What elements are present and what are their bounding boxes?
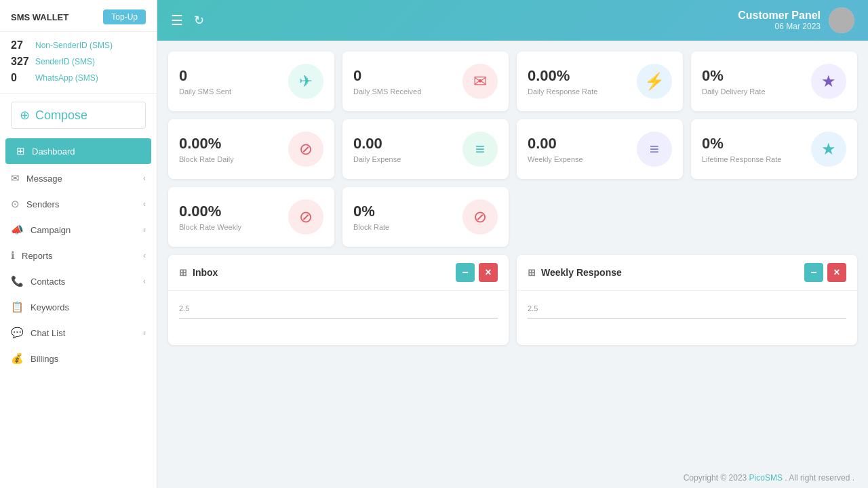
empty-card	[691, 187, 857, 247]
stat-label[interactable]: Non-SenderID (SMS)	[35, 41, 113, 50]
stat-info: 0.00 Weekly Expense	[528, 135, 583, 163]
topbar-left: ☰ ↻	[171, 12, 204, 28]
widget-close-button[interactable]: ×	[479, 263, 498, 282]
nav-icon: 📋	[11, 301, 24, 313]
footer-brand[interactable]: PicoSMS	[749, 473, 783, 483]
widget-title-text: Weekly Response	[541, 267, 622, 278]
nav-left: ✉ Message	[11, 172, 62, 184]
widget-buttons: − ×	[456, 263, 498, 282]
sidebar-item-reports[interactable]: ℹ Reports ‹	[0, 243, 157, 268]
chevron-right-icon: ‹	[143, 199, 146, 209]
stat-value: 0%	[702, 67, 766, 85]
topbar: ☰ ↻ Customer Panel 06 Mar 2023	[157, 0, 868, 41]
stat-info: 0.00 Daily Expense	[353, 135, 401, 163]
stat-icon: ✉	[462, 64, 498, 99]
sidebar-nav: ⊞ Dashboard ✉ Message ‹ ⊙ Senders ‹ 📣 Ca…	[0, 137, 157, 488]
sidebar-item-keywords[interactable]: 📋 Keywords	[0, 294, 157, 320]
stat-value: 0.00	[353, 135, 401, 152]
refresh-icon[interactable]: ↻	[194, 13, 204, 28]
nav-left: 💬 Chat List	[11, 327, 65, 339]
stat-card: 0% Lifetime Response Rate ★	[691, 119, 857, 179]
stat-info: 0.00% Block Rate Daily	[179, 135, 234, 163]
stat-icon: ✈	[288, 64, 323, 99]
stat-value: 0.00%	[179, 203, 241, 220]
sidebar-item-campaign[interactable]: 📣 Campaign ‹	[0, 217, 157, 243]
grid-icon: ⊞	[528, 267, 536, 278]
stat-info: 0.00% Daily Response Rate	[528, 67, 597, 96]
widget-minimize-button[interactable]: −	[804, 263, 823, 282]
compose-label: Compose	[35, 108, 87, 123]
stat-label: Daily SMS Sent	[179, 87, 231, 96]
nav-label: Chat List	[31, 328, 65, 338]
avatar-image	[829, 7, 854, 33]
compose-button[interactable]: ⊕ Compose	[11, 102, 146, 129]
widget-body: 2.5	[517, 291, 857, 345]
sidebar-stats: 27 Non-SenderID (SMS) 327 SenderID (SMS)…	[0, 32, 157, 94]
widget-title: ⊞ Inbox	[179, 267, 218, 278]
chart-line	[179, 318, 498, 319]
panel-date: 06 Mar 2023	[738, 22, 821, 31]
chart-line	[528, 318, 846, 319]
stat-label: Daily Delivery Rate	[702, 87, 766, 96]
sidebar-item-billings[interactable]: 💰 Billings	[0, 346, 157, 371]
stat-icon: ★	[811, 64, 846, 99]
sidebar: SMS WALLET Top-Up 27 Non-SenderID (SMS) …	[0, 0, 157, 488]
stat-label: Daily SMS Received	[353, 87, 421, 96]
widget-close-button[interactable]: ×	[827, 263, 846, 282]
nav-icon: ℹ	[11, 249, 15, 262]
widget-minimize-button[interactable]: −	[456, 263, 475, 282]
nav-left: ⊙ Senders	[11, 198, 59, 210]
stat-label: Lifetime Response Rate	[702, 155, 781, 163]
chevron-right-icon: ‹	[143, 251, 146, 260]
sidebar-item-dashboard[interactable]: ⊞ Dashboard	[5, 138, 151, 164]
stat-label: Daily Response Rate	[528, 87, 597, 96]
widget-buttons: − ×	[804, 263, 846, 282]
nav-label: Reports	[22, 251, 53, 261]
chart-label: 2.5	[528, 304, 538, 312]
stat-card: 0.00 Daily Expense ≡	[342, 119, 509, 179]
nav-left: ⊞ Dashboard	[16, 145, 75, 157]
stats-row-1: 0 Daily SMS Sent ✈ 0 Daily SMS Received …	[168, 52, 857, 111]
topbar-title: Customer Panel 06 Mar 2023	[738, 9, 821, 31]
stat-value: 0	[353, 67, 421, 85]
nav-icon: ⊞	[16, 145, 25, 157]
stat-label: Weekly Expense	[528, 155, 583, 163]
wallet-title: SMS WALLET	[11, 12, 68, 22]
widget-header: ⊞ Inbox − ×	[168, 255, 509, 291]
stat-card: 0 Daily SMS Sent ✈	[168, 52, 334, 111]
widget-card: ⊞ Weekly Response − × 2.5	[517, 255, 857, 345]
stat-num: 27	[11, 39, 30, 52]
top-up-button[interactable]: Top-Up	[103, 9, 146, 24]
stat-card: 0.00% Daily Response Rate ⚡	[517, 52, 683, 111]
nav-label: Message	[26, 174, 62, 184]
stat-value: 0.00	[528, 135, 583, 152]
stat-label[interactable]: SenderID (SMS)	[35, 57, 95, 66]
compose-icon: ⊕	[20, 108, 30, 123]
nav-label: Billings	[31, 354, 58, 364]
chevron-right-icon: ‹	[143, 328, 146, 338]
sidebar-item-senders[interactable]: ⊙ Senders ‹	[0, 191, 157, 217]
chevron-right-icon: ‹	[143, 225, 146, 235]
stat-info: 0% Daily Delivery Rate	[702, 67, 766, 96]
sidebar-item-chat-list[interactable]: 💬 Chat List ‹	[0, 320, 157, 346]
avatar[interactable]	[829, 7, 854, 33]
chevron-right-icon: ‹	[143, 174, 146, 183]
chevron-right-icon: ‹	[143, 277, 146, 286]
stat-value: 0	[179, 67, 231, 85]
stat-info: 0% Lifetime Response Rate	[702, 135, 781, 163]
nav-icon: 💰	[11, 352, 24, 365]
sidebar-item-message[interactable]: ✉ Message ‹	[0, 165, 157, 191]
stat-value: 0.00%	[179, 135, 234, 152]
nav-label: Keywords	[31, 302, 69, 312]
footer-suffix: . All right reserved .	[783, 473, 854, 483]
stat-info: 0% Block Rate	[353, 203, 389, 231]
empty-card	[517, 187, 683, 247]
stat-label: Block Rate Weekly	[179, 223, 241, 231]
menu-icon[interactable]: ☰	[171, 12, 183, 28]
sidebar-item-contacts[interactable]: 📞 Contacts ‹	[0, 268, 157, 294]
stat-label[interactable]: WhatsApp (SMS)	[35, 73, 98, 83]
stat-card: 0% Daily Delivery Rate ★	[691, 52, 857, 111]
sidebar-stat: 327 SenderID (SMS)	[11, 54, 146, 70]
stat-card: 0.00 Weekly Expense ≡	[517, 119, 683, 179]
stats-row-2: 0.00% Block Rate Daily ⊘ 0.00 Daily Expe…	[168, 119, 857, 179]
